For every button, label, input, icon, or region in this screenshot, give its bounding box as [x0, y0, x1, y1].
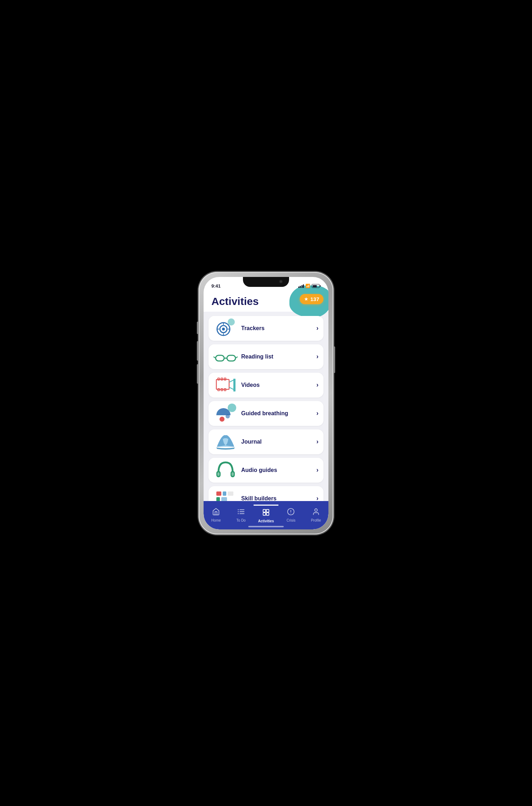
svg-rect-31 [223, 491, 226, 496]
points-badge: ★ 137 [300, 294, 323, 304]
trackers-card[interactable]: Trackers › [209, 316, 323, 341]
crisis-icon [287, 508, 295, 517]
reading-card[interactable]: Reading list › [209, 344, 323, 369]
todo-icon [237, 508, 245, 517]
bottom-nav: Home To Do [204, 501, 328, 529]
nav-profile-label: Profile [311, 518, 321, 522]
profile-icon [312, 508, 320, 517]
audio-label: Audio guides [241, 467, 313, 473]
skill-icon [214, 488, 238, 501]
svg-rect-44 [263, 509, 266, 512]
svg-point-24 [226, 414, 230, 418]
videos-icon [214, 374, 238, 396]
skill-label: Skill builders [241, 495, 313, 501]
reading-chevron: › [316, 353, 318, 360]
nav-activities-label: Activities [258, 519, 274, 523]
svg-rect-22 [233, 379, 235, 391]
phone-screen: 9:41 📶 [204, 277, 328, 529]
svg-point-3 [222, 328, 225, 330]
svg-point-43 [238, 513, 239, 514]
nav-todo[interactable]: To Do [228, 505, 253, 522]
points-value: 137 [310, 296, 319, 302]
star-icon: ★ [304, 296, 309, 302]
audio-chevron: › [316, 466, 318, 474]
front-camera [279, 280, 283, 283]
svg-rect-34 [221, 497, 227, 501]
skill-chevron: › [316, 495, 318, 501]
skill-card[interactable]: Skill builders › [209, 486, 323, 501]
scene: 9:41 📶 [177, 269, 355, 537]
home-indicator [248, 526, 284, 527]
svg-point-41 [238, 509, 239, 510]
notch [243, 277, 289, 287]
svg-point-25 [220, 417, 225, 422]
audio-icon [214, 460, 238, 481]
journal-chevron: › [316, 438, 318, 445]
wifi-icon: 📶 [305, 284, 310, 288]
svg-point-50 [315, 509, 317, 511]
activity-list: Trackers › [204, 312, 328, 501]
svg-point-42 [238, 511, 239, 512]
svg-rect-32 [228, 491, 233, 496]
status-icons: 📶 [298, 284, 321, 288]
nav-crisis[interactable]: Crisis [278, 505, 303, 522]
svg-rect-33 [216, 497, 220, 501]
trackers-icon [214, 318, 238, 339]
nav-profile[interactable]: Profile [304, 505, 328, 522]
svg-rect-13 [216, 379, 229, 389]
nav-home-label: Home [211, 518, 221, 522]
app-header: ★ 137 Activities [204, 293, 328, 312]
status-time: 9:41 [211, 283, 221, 289]
power-button[interactable] [334, 346, 335, 373]
breathing-chevron: › [316, 410, 318, 417]
nav-home[interactable]: Home [204, 505, 228, 522]
home-icon [212, 508, 220, 517]
silent-switch[interactable] [197, 364, 198, 384]
journal-icon [214, 431, 238, 452]
reading-label: Reading list [241, 354, 313, 360]
svg-rect-30 [216, 491, 221, 496]
breathing-icon [214, 403, 238, 424]
trackers-label: Trackers [241, 325, 313, 332]
nav-todo-label: To Do [237, 518, 246, 522]
svg-rect-29 [232, 472, 234, 476]
signal-icon [298, 284, 304, 288]
breathing-label: Guided breathing [241, 410, 313, 417]
videos-chevron: › [316, 381, 318, 389]
svg-point-23 [228, 404, 236, 412]
nav-crisis-label: Crisis [287, 518, 295, 522]
journal-card[interactable]: Journal › [209, 429, 323, 454]
reading-icon [214, 346, 238, 367]
svg-rect-46 [263, 512, 266, 515]
videos-label: Videos [241, 382, 313, 388]
videos-card[interactable]: Videos › [209, 373, 323, 398]
journal-label: Journal [241, 439, 313, 445]
volume-down-button[interactable] [197, 341, 198, 361]
nav-activities[interactable]: Activities [254, 505, 278, 523]
audio-card[interactable]: Audio guides › [209, 458, 323, 483]
phone-shell: 9:41 📶 [199, 272, 333, 534]
battery-icon [312, 284, 321, 288]
trackers-chevron: › [316, 324, 318, 332]
svg-rect-9 [227, 355, 235, 361]
svg-point-0 [228, 318, 235, 326]
breathing-card[interactable]: Guided breathing › [209, 401, 323, 426]
svg-rect-45 [266, 509, 269, 512]
activities-icon [262, 508, 270, 518]
volume-up-button[interactable] [197, 322, 198, 334]
svg-rect-8 [216, 355, 224, 361]
svg-rect-28 [217, 472, 220, 476]
svg-rect-47 [266, 512, 269, 515]
